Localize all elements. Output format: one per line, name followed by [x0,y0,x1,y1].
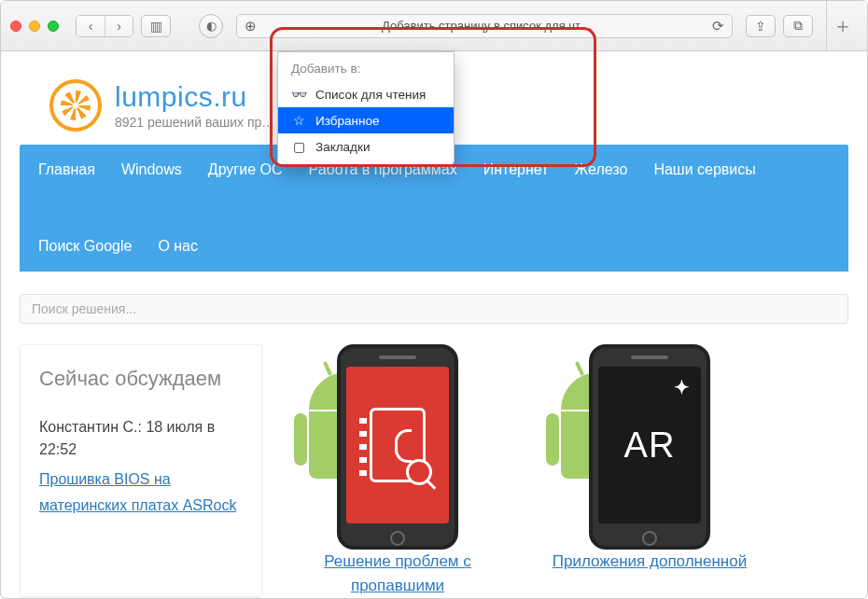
discussion-heading: Сейчас обсуждаем [39,366,243,392]
phone-illustration [337,344,458,550]
nav-item-about[interactable]: О нас [158,221,198,272]
article-title[interactable]: Приложения дополненной [542,550,757,574]
tabs-button[interactable]: ⧉ [783,15,813,37]
share-icon: ⇪ [755,19,766,34]
article-title[interactable]: Решение проблем с пропавшими [290,550,505,597]
address-text: Добавить страницу в список для чт… [262,19,712,33]
back-button[interactable]: ‹ [77,16,105,36]
share-button[interactable]: ⇪ [746,15,776,37]
contacts-icon [370,408,426,482]
sidebar-toggle-button[interactable]: ▥ [141,15,171,37]
book-icon: ▢ [291,139,306,154]
ar-icon: AR [624,425,676,466]
site-name[interactable]: lumpics.ru [115,81,274,113]
content-columns: Сейчас обсуждаем Константин С.: 18 июля … [20,344,848,597]
discussion-card: Сейчас обсуждаем Константин С.: 18 июля … [20,344,262,597]
new-tab-button[interactable]: ＋ [826,1,858,51]
articles-row: Решение проблем с пропавшими AR ✦ [290,344,848,597]
dropdown-item-bookmarks[interactable]: ▢ Закладки [278,133,454,160]
tabs-icon: ⧉ [793,18,803,34]
chevron-left-icon: ‹ [89,19,93,34]
dropdown-item-label: Избранное [315,114,379,128]
dropdown-item-reading-list[interactable]: 👓 Список для чтения [278,81,454,107]
nav-item-internet[interactable]: Интернет [483,145,549,195]
nav-item-windows[interactable]: Windows [121,145,182,195]
plus-icon: ＋ [833,12,853,40]
discussion-post-link[interactable]: Прошивка BIOS на материнских платах ASRo… [39,467,243,521]
article-card[interactable]: Решение проблем с пропавшими [290,344,505,597]
minimize-window-button[interactable] [29,21,40,32]
star-icon: ☆ [291,113,306,128]
privacy-report-button[interactable]: ◐ [199,14,223,38]
dropdown-item-label: Закладки [315,140,370,154]
shield-icon: ◐ [206,19,217,33]
discussion-post-meta: Константин С.: 18 июля в 22:52 [39,416,243,461]
nav-item-other-os[interactable]: Другие ОС [208,145,283,195]
dropdown-item-label: Список для чтения [315,88,426,102]
close-window-button[interactable] [10,21,21,32]
site-search-input[interactable]: Поиск решения... [20,294,848,324]
sidebar-icon: ▥ [150,19,162,34]
toolbar-right: ⇪ ⧉ [746,15,813,37]
nav-back-forward: ‹ › [76,15,133,37]
add-to-dropdown: Добавить в: 👓 Список для чтения ☆ Избран… [277,51,455,166]
chevron-right-icon: › [117,19,121,34]
search-placeholder: Поиск решения... [32,301,136,316]
dropdown-header: Добавить в: [278,56,454,81]
article-card[interactable]: AR ✦ Приложения дополненной [542,344,757,597]
dropdown-item-favorites[interactable]: ☆ Избранное [278,107,454,133]
window-controls [10,21,59,32]
nav-item-home[interactable]: Главная [38,145,95,195]
phone-illustration: AR ✦ [589,344,710,550]
address-bar[interactable]: ⊕ Добавить страницу в список для чт… ⟳ [236,14,733,38]
site-tagline: 8921 решений ваших пр… [115,115,274,130]
glasses-icon: 👓 [291,87,306,102]
plus-icon: ✦ [674,376,690,398]
nav-item-services[interactable]: Наши сервисы [653,145,755,195]
safari-toolbar: ‹ › ▥ ◐ ⊕ Добавить страницу в список для… [1,1,867,51]
site-logo[interactable] [49,79,102,132]
reload-icon[interactable]: ⟳ [712,18,724,35]
nav-item-search[interactable]: Поиск Google [38,221,132,272]
forward-button[interactable]: › [105,16,133,36]
nav-item-hardware[interactable]: Железо [574,145,627,195]
zoom-window-button[interactable] [48,21,59,32]
add-page-icon[interactable]: ⊕ [245,18,257,35]
